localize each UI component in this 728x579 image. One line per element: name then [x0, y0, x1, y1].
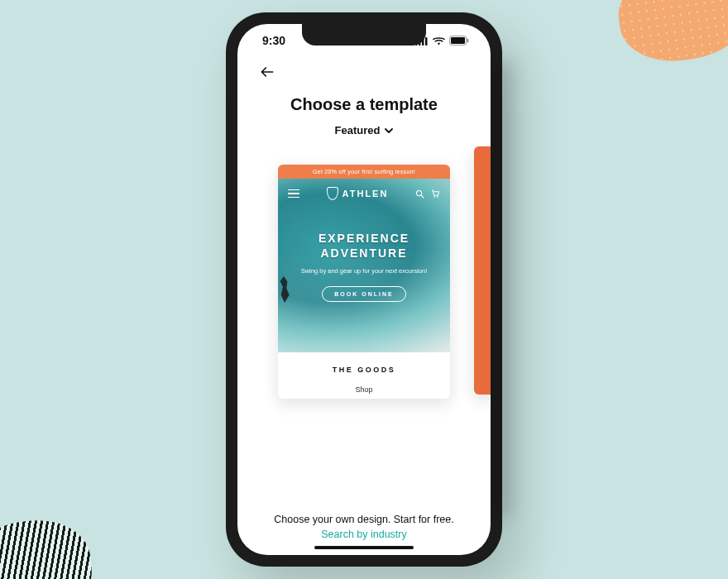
device-notch [302, 24, 426, 45]
screen: 9:30 Choose a template [237, 24, 491, 555]
search-icon [415, 189, 424, 199]
hero-headline: EXPERIENCE ADVENTURE [288, 232, 440, 261]
template-carousel[interactable]: Get 20% off your first surfing lesson! A… [237, 146, 491, 514]
home-indicator[interactable] [314, 546, 414, 549]
template-hero: ATHLEN EXPERIENCE ADVENTURE Swing by and… [278, 179, 450, 352]
template-topbar: ATHLEN [288, 187, 440, 200]
template-card-next-peek[interactable] [474, 146, 491, 395]
svg-rect-7 [467, 39, 469, 43]
shield-icon [327, 187, 338, 200]
brand-name: ATHLEN [342, 189, 389, 199]
svg-point-10 [433, 196, 435, 198]
decorative-blob-bottom-left [0, 516, 95, 579]
phone-shadow [487, 62, 512, 517]
phone-frame: 9:30 Choose a template [226, 12, 502, 567]
page-title: Choose a template [256, 95, 472, 114]
template-card[interactable]: Get 20% off your first surfing lesson! A… [278, 165, 450, 399]
arrow-left-icon [259, 64, 275, 80]
template-section: THE GOODS Shop [278, 352, 450, 399]
hero-subtext: Swing by and gear up for your next excur… [288, 267, 440, 276]
chevron-down-icon [385, 127, 393, 135]
promo-banner: Get 20% off your first surfing lesson! [278, 165, 450, 179]
svg-line-9 [421, 195, 424, 198]
svg-point-11 [437, 196, 438, 198]
wifi-icon [433, 36, 445, 45]
section-subtitle: Shop [285, 385, 443, 394]
hero-headline-line2: ADVENTURE [320, 246, 407, 260]
filter-dropdown[interactable]: Featured [256, 124, 472, 136]
svg-rect-3 [425, 37, 428, 45]
section-title: THE GOODS [285, 366, 443, 374]
battery-icon [449, 36, 469, 45]
menu-icon [288, 189, 299, 198]
hero-headline-line1: EXPERIENCE [318, 232, 410, 245]
page-header: Choose a template Featured [237, 57, 491, 146]
search-by-industry-link[interactable]: Search by industry [251, 529, 477, 540]
svg-rect-6 [451, 37, 465, 44]
hero-cta-button: BOOK ONLINE [322, 286, 405, 302]
cart-icon [431, 189, 440, 199]
template-brand: ATHLEN [327, 187, 389, 200]
back-button[interactable] [256, 60, 279, 84]
filter-label: Featured [335, 124, 381, 136]
svg-point-4 [438, 42, 439, 44]
decorative-blob-top-right [613, 0, 728, 69]
status-time: 9:30 [262, 34, 285, 47]
footer-text: Choose your own design. Start for free. [251, 514, 477, 525]
